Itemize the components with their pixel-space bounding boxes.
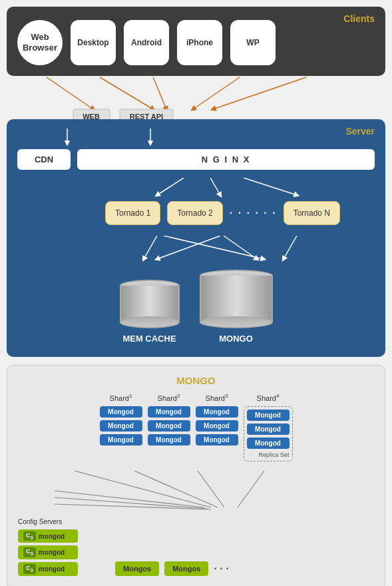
config-servers-col: Config Servers C3 mongod C3 mongod C3 mo…: [18, 518, 78, 576]
mongo-label: MONGO: [219, 334, 253, 344]
mongo-arrows-svg: [18, 471, 374, 511]
memcache-label: MEM CACHE: [122, 334, 176, 344]
svg-line-3: [193, 77, 240, 109]
clients-label: Clients: [343, 13, 375, 24]
shard-4-mongod-3: Mongod: [247, 438, 290, 449]
clients-row: WebBrowser Desktop Android iPhone WP: [17, 20, 375, 65]
mongo-detail-label: MONGO: [18, 375, 374, 386]
tornado-2: Tornado 2: [167, 201, 222, 225]
shard-4-mongod-2: Mongod: [247, 424, 290, 435]
shard-1-mongod-1: Mongod: [100, 406, 142, 418]
svg-line-1: [100, 77, 153, 109]
shard-3-col: Shard3 Mongod Mongod Mongod: [196, 393, 238, 461]
desktop-icon: Desktop: [71, 20, 116, 65]
shard-4-label: Shard4: [257, 393, 280, 402]
svg-line-25: [55, 504, 211, 509]
web-browser-icon: WebBrowser: [17, 20, 63, 65]
client-iphone: iPhone: [177, 20, 222, 65]
cyl-bottom-mongo: [200, 316, 273, 328]
shard-3-label: Shard3: [206, 393, 228, 402]
config-c-3: C3: [23, 564, 36, 574]
memcache-cylinder: [120, 280, 180, 328]
client-web-browser: WebBrowser: [17, 20, 63, 65]
client-android: Android: [124, 20, 169, 65]
shard-1-label: Shard1: [110, 393, 132, 402]
cyl-body-mongo: [200, 276, 273, 322]
svg-line-11: [157, 178, 184, 195]
svg-line-21: [198, 471, 224, 507]
shards-row: Shard1 Mongod Mongod Mongod Shard2 Mongo…: [18, 393, 374, 461]
svg-line-22: [238, 471, 264, 507]
mongos-row: Mongos Mongos · · ·: [115, 561, 229, 576]
mongos-btn-2: Mongos: [164, 561, 208, 576]
shard-3-mongod-2: Mongod: [196, 420, 238, 432]
tornado-to-db-arrows: [17, 236, 375, 262]
databases-row: MEM CACHE MONGO: [17, 270, 375, 344]
svg-line-15: [164, 236, 264, 259]
config-servers-label: Config Servers: [18, 518, 78, 525]
tornado-1: Tornado 1: [105, 201, 160, 225]
svg-line-16: [157, 236, 220, 259]
clients-to-api-connector: WEB REST API: [13, 76, 379, 119]
config-c-1: C3: [23, 531, 36, 541]
svg-line-19: [75, 471, 211, 507]
shard-4-mongod-1: Mongod: [247, 410, 290, 421]
cdn-box: CDN: [17, 149, 71, 170]
config-btn-3: C3 mongod: [18, 562, 78, 576]
svg-line-0: [47, 77, 93, 109]
svg-line-14: [144, 236, 157, 259]
shard-2-mongod-3: Mongod: [148, 434, 190, 445]
config-mongod-1: mongod: [39, 533, 65, 540]
config-c-2: C3: [23, 547, 36, 557]
replica-set-border: Mongod Mongod Mongod Replica Set: [244, 406, 293, 461]
shard-1-mongod-2: Mongod: [100, 420, 142, 432]
wp-icon: WP: [230, 20, 276, 65]
replica-set-label: Replica Set: [247, 451, 290, 458]
svg-line-18: [284, 236, 297, 259]
svg-line-2: [153, 77, 166, 109]
mongo-cylinder: [200, 270, 273, 328]
shard-1-mongod-3: Mongod: [100, 434, 142, 445]
mongos-btn-1: Mongos: [115, 561, 159, 576]
shard-2-label: Shard2: [158, 393, 180, 402]
memcache-db: MEM CACHE: [120, 280, 180, 344]
mongos-dots: · · ·: [214, 563, 228, 575]
config-mongos-area: Config Servers C3 mongod C3 mongod C3 mo…: [18, 471, 374, 576]
config-mongod-2: mongod: [39, 549, 65, 556]
tornado-dots: · · · · · ·: [230, 207, 277, 219]
cdn-nginx-row: CDN N G I N X: [17, 149, 375, 170]
svg-line-20: [134, 471, 218, 507]
nginx-box: N G I N X: [77, 149, 375, 170]
config-mongod-3: mongod: [39, 565, 65, 573]
server-section: Server CDN N G I N X Tornado 1: [7, 119, 385, 357]
tornado-n: Tornado N: [284, 201, 340, 225]
shard-1-col: Shard1 Mongod Mongod Mongod: [100, 393, 142, 461]
shard-4-col: Shard4 Mongod Mongod Mongod Replica Set: [244, 393, 293, 461]
svg-line-17: [224, 236, 257, 259]
svg-line-13: [244, 178, 297, 195]
client-wp: WP: [230, 20, 276, 65]
cyl-bottom-memcache: [120, 316, 180, 328]
shard-2-mongod-1: Mongod: [148, 406, 190, 418]
client-desktop: Desktop: [71, 20, 116, 65]
server-label: Server: [345, 126, 375, 137]
shard-2-mongod-2: Mongod: [148, 420, 190, 432]
nginx-to-tornado-arrows: [17, 178, 375, 199]
shard-3-mongod-1: Mongod: [196, 406, 238, 418]
shard-2-col: Shard2 Mongod Mongod Mongod: [148, 393, 190, 461]
tornado-row: Tornado 1 Tornado 2 · · · · · · Tornado …: [71, 201, 375, 225]
mongo-detail-section: MONGO Shard1 Mongod Mongod Mongod Shard2…: [7, 365, 385, 586]
mongo-db: MONGO: [200, 270, 273, 344]
svg-line-12: [210, 178, 220, 195]
svg-text:WEB: WEB: [83, 113, 100, 119]
clients-arrows-svg: WEB REST API: [13, 76, 379, 119]
web-to-server-arrows: [17, 129, 375, 147]
android-icon: Android: [124, 20, 169, 65]
shard-3-mongod-3: Mongod: [196, 434, 238, 445]
clients-section: Clients WebBrowser Desktop Android iPhon…: [7, 7, 385, 76]
config-btn-1: C3 mongod: [18, 529, 78, 543]
config-mongos-row: Config Servers C3 mongod C3 mongod C3 mo…: [18, 518, 374, 576]
svg-text:REST API: REST API: [130, 113, 163, 119]
svg-line-4: [213, 77, 306, 109]
iphone-icon: iPhone: [177, 20, 222, 65]
